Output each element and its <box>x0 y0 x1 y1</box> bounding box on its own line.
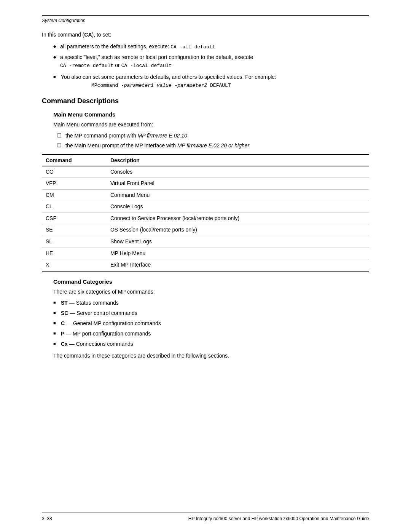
category-bold: P <box>61 331 64 337</box>
ca-bold: CA <box>84 32 92 38</box>
category-rest: — Connections commands <box>68 341 133 347</box>
bullet-item-1: all parameters to the default settings, … <box>53 43 369 51</box>
categories-intro: There are six categories of MP commands: <box>53 288 369 296</box>
table-desc: Consoles <box>107 166 369 178</box>
category-rest: — Server control commands <box>68 310 137 316</box>
command-table: Command Description COConsolesVFPVirtual… <box>42 154 369 272</box>
code-ca-all: CA -all default <box>170 44 215 50</box>
category-item: C — General MP configuration commands <box>53 320 369 328</box>
table-desc: Show Event Logs <box>107 236 369 248</box>
bullet-item-2: a specific "level," such as remote or lo… <box>53 53 369 70</box>
table-row: SEOS Session (local/remote ports only) <box>42 224 369 236</box>
table-cmd: CL <box>42 201 107 213</box>
footer-rule <box>42 513 369 513</box>
command-descriptions-heading: Command Descriptions <box>42 97 369 105</box>
firmware-item-1: the MP command prompt with MP firmware E… <box>57 132 369 140</box>
table-row: SLShow Event Logs <box>42 236 369 248</box>
category-bold: ST <box>61 300 68 306</box>
col-command: Command <box>42 155 107 166</box>
page: System Configuration In this command (CA… <box>0 0 411 532</box>
table-row: VFPVirtual Front Panel <box>42 178 369 190</box>
table-row: CMCommand Menu <box>42 189 369 201</box>
table-cmd: CO <box>42 166 107 178</box>
table-desc: Console Logs <box>107 201 369 213</box>
main-menu-heading: Main Menu Commands <box>53 111 369 118</box>
table-cmd: X <box>42 259 107 271</box>
table-cmd: VFP <box>42 178 107 190</box>
table-cmd: CM <box>42 189 107 201</box>
categories-closing: The commands in these categories are des… <box>53 352 369 360</box>
table-cmd: HE <box>42 248 107 259</box>
firmware-item-2: the Main Menu prompt of the MP interface… <box>57 142 369 150</box>
footer: 3–38 HP Integrity rx2600 server and HP w… <box>42 516 369 521</box>
category-item: Cx — Connections commands <box>53 340 369 348</box>
also-can-item: You also can set some parameters to defa… <box>53 73 369 89</box>
category-item: SC — Server control commands <box>53 309 369 317</box>
footer-title: HP Integrity rx2600 server and HP workst… <box>188 516 369 521</box>
header-rule <box>42 15 369 16</box>
table-cmd: SE <box>42 224 107 236</box>
table-desc: Connect to Service Processor (local/remo… <box>107 212 369 224</box>
intro-bullet-list: all parameters to the default settings, … <box>53 43 369 69</box>
header-text: System Configuration <box>42 18 369 23</box>
example-code: MPcommand -parameter1 value -parameter2 … <box>91 83 231 88</box>
main-menu-intro: Main Menu commands are executed from: <box>53 121 369 129</box>
table-row: COConsoles <box>42 166 369 178</box>
code-ca-local: CA -local default <box>121 63 172 69</box>
category-rest: — General MP configuration commands <box>65 320 161 326</box>
table-row: XExit MP Interface <box>42 259 369 271</box>
table-desc: OS Session (local/remote ports only) <box>107 224 369 236</box>
command-categories-heading: Command Categories <box>53 278 369 285</box>
category-bold: Cx <box>61 341 68 347</box>
table-desc: Virtual Front Panel <box>107 178 369 190</box>
table-row: CSPConnect to Service Processor (local/r… <box>42 212 369 224</box>
footer-page-number: 3–38 <box>42 516 52 521</box>
category-item: P — MP port configuration commands <box>53 330 369 338</box>
table-cmd: SL <box>42 236 107 248</box>
category-rest: — Status commands <box>68 300 119 306</box>
category-item: ST — Status commands <box>53 299 369 307</box>
table-desc: MP Help Menu <box>107 248 369 259</box>
table-cmd: CSP <box>42 212 107 224</box>
category-bold: C <box>61 320 65 326</box>
categories-list: ST — Status commandsSC — Server control … <box>53 299 369 348</box>
firmware-italic-1: MP firmware E.02.10 <box>138 133 187 139</box>
table-row: CLConsole Logs <box>42 201 369 213</box>
category-rest: — MP port configuration commands <box>64 331 151 337</box>
firmware-italic-2: MP firmware E.02.20 or higher <box>177 142 249 149</box>
main-menu-list: the MP command prompt with MP firmware E… <box>57 132 369 150</box>
table-desc: Exit MP Interface <box>107 259 369 271</box>
code-ca-remote: CA -remote default <box>60 63 113 69</box>
also-can-list: You also can set some parameters to defa… <box>53 73 369 89</box>
table-desc: Command Menu <box>107 189 369 201</box>
category-bold: SC <box>61 310 68 316</box>
table-row: HEMP Help Menu <box>42 248 369 259</box>
intro-paragraph: In this command (CA), to set: <box>42 31 369 39</box>
col-description: Description <box>107 155 369 166</box>
